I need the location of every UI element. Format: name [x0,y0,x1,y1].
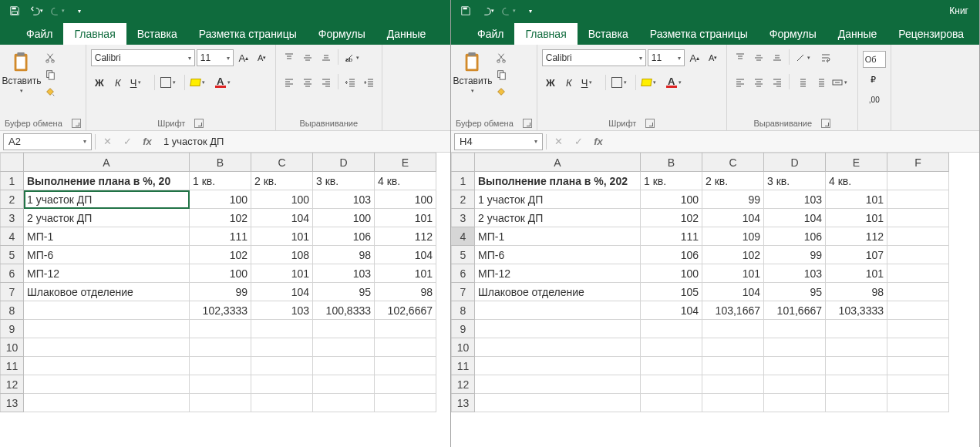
row-header[interactable]: 1 [452,172,475,190]
col-header[interactable]: F [887,153,949,172]
tab-review[interactable]: Рецензирова [887,23,975,45]
cell[interactable]: 104 [375,246,436,264]
worksheet-grid[interactable]: ABCDEF1Выполнение плана в %, 2021 кв.2 к… [451,153,979,447]
cell[interactable]: 108 [251,246,313,264]
col-header[interactable]: B [190,153,251,172]
cell[interactable]: 2 участок ДП [24,209,190,227]
cell[interactable]: 103 [251,301,313,320]
cell[interactable]: 102 [190,209,251,227]
cell[interactable] [313,338,375,357]
fx-icon[interactable]: fx [590,133,607,150]
cell[interactable] [702,394,764,412]
redo-icon[interactable]: ▾ [48,2,68,19]
cell[interactable] [313,357,375,375]
cancel-icon[interactable]: ✕ [550,133,567,150]
cell[interactable] [190,320,251,338]
cell[interactable]: 101 [826,209,887,227]
cell[interactable]: 102,3333 [190,301,251,320]
copy-icon[interactable] [42,68,59,82]
cell[interactable]: 102 [702,246,764,264]
col-header[interactable]: A [24,153,190,172]
redo-icon[interactable]: ▾ [499,2,519,19]
cell[interactable] [251,357,313,375]
tab-file[interactable]: Файл [15,23,63,45]
cell[interactable] [887,301,949,320]
tab-file[interactable]: Файл [466,23,514,45]
cell[interactable] [764,320,826,338]
font-color-button[interactable]: A▾ [213,74,236,91]
cell[interactable]: 101 [251,227,313,246]
font-launcher-icon[interactable] [194,119,204,128]
underline-button[interactable]: Ч▾ [579,74,602,91]
cell[interactable]: 99 [764,246,826,264]
cell[interactable]: 101 [826,264,887,283]
border-button[interactable]: ▾ [609,74,632,91]
save-icon[interactable] [5,2,25,19]
cell[interactable] [190,357,251,375]
orientation-icon[interactable]: ab▾ [342,49,365,66]
clipboard-launcher-icon[interactable] [72,119,81,128]
worksheet-grid[interactable]: ABCDE1Выполнение плана в %, 201 кв.2 кв.… [0,153,450,447]
cell[interactable]: 106 [764,227,826,246]
align-top-icon[interactable] [281,49,298,66]
cell[interactable]: 102,6667 [375,301,436,320]
cell[interactable] [375,375,436,394]
tab-formulas[interactable]: Формулы [308,23,376,45]
tab-home[interactable]: Главная [63,23,126,45]
cell[interactable] [887,227,949,246]
italic-button[interactable]: К [561,74,578,91]
align-left-icon[interactable] [281,74,298,91]
cell[interactable]: 100,8333 [313,301,375,320]
row-header[interactable]: 8 [452,301,475,320]
formula-input[interactable]: 1 участок ДП [159,133,447,150]
wrap-text-icon[interactable] [817,49,834,66]
cell[interactable]: 103 [764,190,826,209]
cell[interactable]: 112 [826,227,887,246]
formula-input[interactable] [610,133,976,150]
select-all-corner[interactable] [452,153,475,172]
cell[interactable]: 103,3333 [826,301,887,320]
tab-page-layout[interactable]: Разметка страницы [188,23,308,45]
row-header[interactable]: 4 [1,227,24,246]
cell[interactable]: 104 [702,209,764,227]
tab-insert[interactable]: Вставка [578,23,639,45]
cell[interactable]: 101 [702,264,764,283]
row-header[interactable]: 3 [452,209,475,227]
decrease-font-icon[interactable]: A▾ [254,49,271,66]
cut-icon[interactable] [493,51,510,65]
cell[interactable] [24,320,190,338]
paste-button[interactable]: Вставить ▾ [456,49,490,96]
align-bottom-icon[interactable] [318,49,335,66]
border-button[interactable]: ▾ [158,74,181,91]
copy-icon[interactable] [493,68,510,82]
cell[interactable]: 107 [826,246,887,264]
row-header[interactable]: 7 [1,283,24,301]
row-header[interactable]: 13 [1,394,24,412]
cell[interactable]: 100 [190,190,251,209]
cell[interactable]: Выполнение плана в %, 202 [475,172,641,190]
cell[interactable] [475,320,641,338]
paste-button[interactable]: Вставить ▾ [5,49,39,96]
cell[interactable]: 4 кв. [826,172,887,190]
cell[interactable] [641,357,702,375]
cell[interactable]: 103,1667 [702,301,764,320]
row-header[interactable]: 9 [452,320,475,338]
cell[interactable] [887,320,949,338]
cell[interactable]: МП-12 [24,264,190,283]
cell[interactable] [375,357,436,375]
font-color-button[interactable]: A▾ [664,74,687,91]
cell[interactable] [764,375,826,394]
fill-color-button[interactable]: ▾ [639,74,662,91]
cell[interactable]: Выполнение плана в %, 20 [24,172,190,190]
cell[interactable] [190,375,251,394]
row-header[interactable]: 10 [452,338,475,357]
cut-icon[interactable] [42,51,59,65]
cell[interactable] [251,375,313,394]
merge-center-icon[interactable]: ▾ [830,74,853,91]
cell[interactable] [24,357,190,375]
increase-indent-icon[interactable] [811,74,828,91]
cell[interactable]: 99 [702,190,764,209]
col-header[interactable]: B [641,153,702,172]
cell[interactable]: 101 [375,264,436,283]
cell[interactable]: 105 [641,283,702,301]
